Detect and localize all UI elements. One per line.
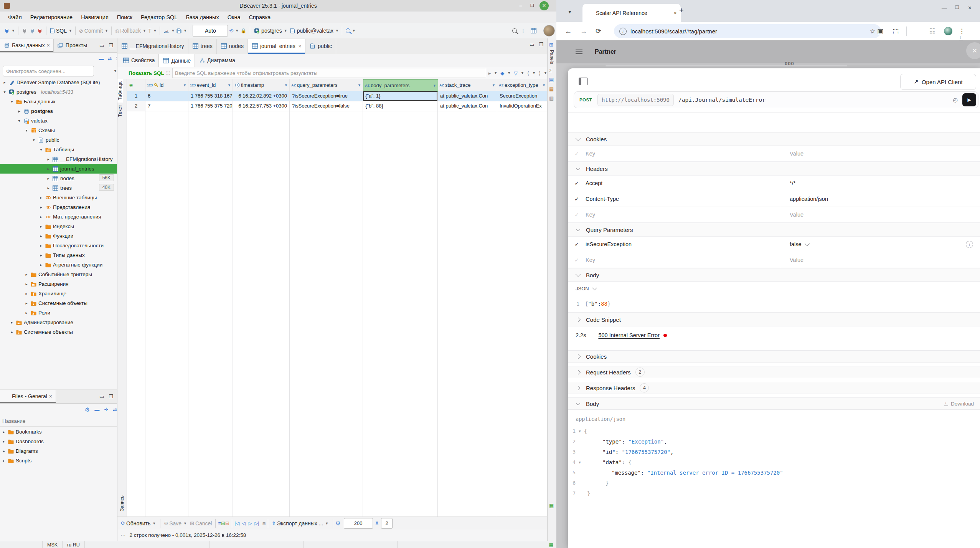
tab-files-general[interactable]: Files - General × <box>0 390 56 403</box>
rollback-button[interactable]: ⎌Rollback <box>114 27 142 35</box>
tree-item-Системные объекты[interactable]: ▸Системные объекты <box>0 298 117 308</box>
tab-search-chevron-icon[interactable]: ▼ <box>565 7 575 17</box>
expand-arrow-icon[interactable]: ▸ <box>46 157 51 161</box>
close-icon[interactable]: × <box>299 43 302 49</box>
collapse-arrow-icon[interactable]: ▾ <box>10 99 14 104</box>
subtab-Диаграмма[interactable]: Диаграмма <box>195 54 239 67</box>
save-profile-button[interactable] <box>175 28 183 34</box>
tree-item-Мат. представления[interactable]: ▸Мат. представления <box>0 212 117 222</box>
close-icon[interactable]: × <box>47 42 50 48</box>
grid-bottom-icon[interactable]: ▦ <box>549 503 554 508</box>
downloads-icon[interactable] <box>959 36 963 40</box>
value-panel-icon[interactable]: ▤ <box>549 77 557 83</box>
param-key[interactable]: Accept <box>586 180 780 186</box>
section-Headers[interactable]: Headers <box>568 162 980 175</box>
row-checkbox[interactable]: ✓ <box>568 151 586 157</box>
tree-item-Схемы[interactable]: ▾Схемы <box>0 126 117 135</box>
tree-item-Типы данных[interactable]: ▸Типы данных <box>0 250 117 260</box>
open-api-client-button[interactable]: ↗ Open API Client <box>900 74 976 90</box>
connect-button[interactable] <box>21 27 28 35</box>
grid-cell[interactable]: {"a": 1} <box>363 91 437 101</box>
response-section-Response Headers[interactable]: Response Headers4 <box>568 382 980 394</box>
expand-arrow-icon[interactable]: ▸ <box>39 234 43 238</box>
tree-item-public[interactable]: ▾public <box>0 135 117 145</box>
refs-panel-icon[interactable]: ▥ <box>549 95 557 101</box>
refresh-icon[interactable]: ⇄ <box>113 407 117 412</box>
expand-icon[interactable]: ✛ <box>104 407 108 412</box>
response-status-link[interactable]: 500 Internal Server Error <box>598 332 660 338</box>
expand-arrow-icon[interactable]: ▸ <box>2 439 6 444</box>
menu-item-База данных[interactable]: База данных <box>181 12 223 23</box>
sort-arrow-icon[interactable]: ▼ <box>542 83 546 87</box>
bookmark-star-icon[interactable]: ☆ <box>870 27 876 35</box>
fetch-size-input[interactable]: 200 <box>344 518 373 529</box>
toolbar-kebab-icon[interactable]: ⁞ <box>522 28 524 33</box>
expand-arrow-icon[interactable]: ▸ <box>10 320 14 324</box>
chevron-down-icon[interactable]: ▼ <box>69 29 72 33</box>
menu-item-Редактор SQL[interactable]: Редактор SQL <box>137 12 181 23</box>
side-panel-icon[interactable]: ▣ <box>877 27 883 35</box>
prev-page-icon[interactable]: ◁ <box>242 521 246 526</box>
chevron-down-icon[interactable]: ▼ <box>507 71 511 75</box>
collapse-arrow-icon[interactable]: ▾ <box>39 147 43 152</box>
body-format-select[interactable]: JSON <box>576 286 589 291</box>
grid-cell[interactable]: 1 <box>127 91 145 101</box>
column-header-query_parameters[interactable]: AZquery_parameters▼ <box>290 79 363 91</box>
fetch-all-icon[interactable]: ⊻ <box>375 521 379 526</box>
collapse-arrow-icon[interactable]: ▾ <box>24 128 29 132</box>
chevron-down-icon[interactable]: ▼ <box>544 71 547 75</box>
tree-item-postgres[interactable]: ▸postgres <box>0 106 117 116</box>
tree-item-Функции[interactable]: ▸Функции <box>0 231 117 241</box>
tree-item-Системные объекты[interactable]: ▸Системные объекты <box>0 327 117 337</box>
chevron-down-icon[interactable]: ▼ <box>284 29 287 33</box>
save-button[interactable]: ⊘ Save▼ <box>163 520 189 527</box>
tree-item-Последовательности[interactable]: ▸Последовательности <box>0 241 117 250</box>
column-header-timestamp[interactable]: timestamp▼ <box>233 79 289 91</box>
browser-minimize-icon[interactable]: — <box>942 5 947 11</box>
row-checkbox[interactable]: ✓ <box>568 241 586 247</box>
sort-arrow-icon[interactable]: ▼ <box>492 83 495 87</box>
transaction-mode-button[interactable]: T <box>147 27 153 35</box>
connection-selector[interactable]: postgres <box>252 27 283 35</box>
grid-cell[interactable]: InvalidOperationEx <box>497 101 547 111</box>
sort-arrow-icon[interactable]: ▼ <box>228 83 231 87</box>
grid-cell[interactable]: SecureException <box>497 91 547 101</box>
param-value[interactable]: */* <box>790 180 795 186</box>
fold-arrow-icon[interactable]: ▼ <box>576 460 584 464</box>
cancel-button[interactable]: ⊠ Cancel <box>189 520 213 527</box>
expand-arrow-icon[interactable]: ▸ <box>39 224 43 228</box>
site-info-icon[interactable]: i <box>619 28 627 35</box>
subtab-Свойства[interactable]: Свойства <box>119 54 158 67</box>
browser-menu-kebab-icon[interactable]: ⋮ <box>959 27 965 35</box>
edit-cell-icon[interactable]: ≡ <box>218 521 221 526</box>
section-code-snippet[interactable]: Code Snippet <box>568 313 980 326</box>
add-row-icon[interactable]: ⊞ <box>221 521 225 526</box>
http-method-badge[interactable]: POST <box>579 98 592 102</box>
collapse-all-icon[interactable]: ▬ <box>99 56 104 61</box>
editor-tab-nodes[interactable]: nodes <box>217 39 248 54</box>
lock-button[interactable]: 🔒 <box>239 28 247 34</box>
tab-record-view[interactable]: Запись <box>117 493 127 513</box>
grid-cell[interactable]: 7 <box>145 101 188 111</box>
close-overlay-button[interactable]: ✕ <box>966 42 980 59</box>
tab-Базы данных[interactable]: Базы данных× <box>0 39 54 52</box>
browser-close-icon[interactable]: × <box>968 5 972 12</box>
close-icon[interactable]: × <box>49 393 52 399</box>
grid-cell[interactable]: at public_valetax.Con <box>438 101 497 111</box>
history-clock-icon[interactable]: ◴ <box>953 96 958 103</box>
maximize-button[interactable]: ❏ <box>529 2 536 9</box>
address-bar[interactable]: i localhost:5090/scalar/#tag/partner ☆ <box>614 24 881 38</box>
expand-arrow-icon[interactable]: ▸ <box>24 272 29 276</box>
param-key[interactable]: Content-Type <box>586 196 780 202</box>
column-header-stack_trace[interactable]: AZstack_trace▼ <box>438 79 497 91</box>
delete-row-icon[interactable]: ⊟ <box>225 521 229 526</box>
expand-arrow-icon[interactable]: ▸ <box>17 109 21 113</box>
chevron-down-icon[interactable]: ▼ <box>114 69 117 73</box>
sql-filter-input[interactable]: Введите SQL выражение чтобы отфильтроват… <box>172 68 486 78</box>
expand-arrow-icon[interactable]: ▸ <box>39 205 43 209</box>
chevron-down-icon[interactable]: ▼ <box>105 29 108 33</box>
quick-search-button[interactable] <box>345 28 351 34</box>
minimize-view-icon[interactable]: ▭ <box>530 41 534 47</box>
response-section-Body[interactable]: BodyDownload <box>568 397 980 410</box>
editor-tab-public[interactable]: public <box>305 39 336 54</box>
